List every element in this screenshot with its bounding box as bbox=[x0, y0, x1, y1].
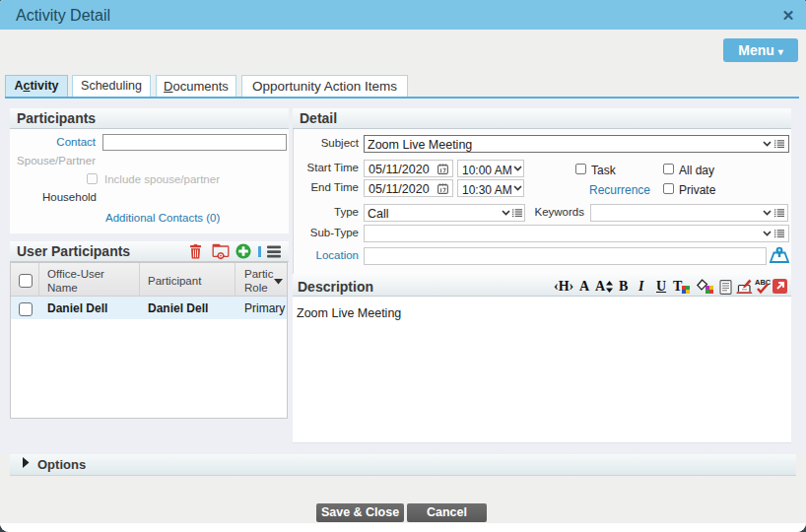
svg-text:ABC: ABC bbox=[755, 278, 772, 287]
